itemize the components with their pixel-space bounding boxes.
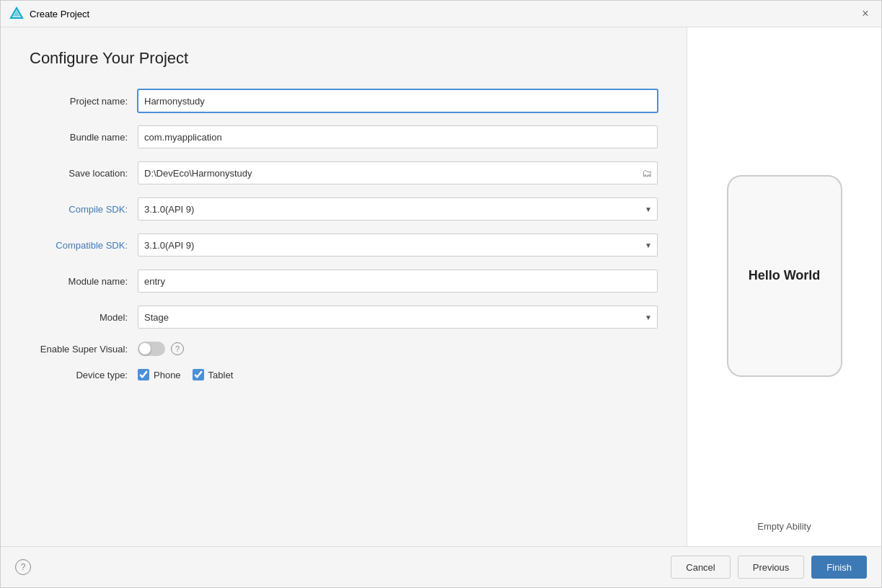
compile-sdk-row: Compile SDK: 3.1.0(API 9) ▼ bbox=[30, 197, 658, 220]
footer-help-icon[interactable]: ? bbox=[15, 559, 31, 575]
phone-label: Phone bbox=[154, 370, 181, 380]
model-select[interactable]: Stage bbox=[138, 306, 658, 329]
enable-super-visual-row: Enable Super Visual: ? bbox=[30, 342, 658, 356]
compile-sdk-select[interactable]: 3.1.0(API 9) bbox=[138, 197, 658, 220]
main-content: Configure Your Project Project name: Bun… bbox=[1, 27, 881, 546]
close-button[interactable]: × bbox=[858, 6, 873, 21]
preview-label: Empty Ability bbox=[757, 521, 811, 532]
project-name-input[interactable] bbox=[138, 89, 658, 112]
finish-button[interactable]: Finish bbox=[811, 556, 867, 579]
project-name-label: Project name: bbox=[30, 96, 138, 107]
device-type-row: Device type: Phone Tablet bbox=[30, 369, 658, 380]
phone-checkbox[interactable] bbox=[138, 369, 149, 380]
title-bar: Create Project × bbox=[1, 1, 881, 27]
project-name-row: Project name: bbox=[30, 89, 658, 112]
compatible-sdk-select-wrapper: 3.1.0(API 9) ▼ bbox=[138, 233, 658, 257]
app-logo-icon bbox=[9, 6, 24, 21]
compatible-sdk-select[interactable]: 3.1.0(API 9) bbox=[138, 233, 658, 257]
save-location-label: Save location: bbox=[30, 168, 138, 179]
footer-left: ? bbox=[15, 559, 31, 575]
cancel-button[interactable]: Cancel bbox=[671, 556, 730, 579]
bundle-name-input[interactable] bbox=[138, 125, 658, 148]
save-location-row: Save location: 🗂 bbox=[30, 161, 658, 184]
preview-hello-world-text: Hello World bbox=[749, 268, 821, 283]
folder-icon[interactable]: 🗂 bbox=[642, 167, 652, 179]
preview-image-area: Hello World bbox=[702, 42, 867, 509]
bundle-name-row: Bundle name: bbox=[30, 125, 658, 148]
model-row: Model: Stage ▼ bbox=[30, 306, 658, 329]
tablet-checkbox[interactable] bbox=[193, 369, 204, 380]
form-panel: Configure Your Project Project name: Bun… bbox=[1, 27, 687, 546]
footer-right: Cancel Previous Finish bbox=[671, 556, 867, 579]
compatible-sdk-row: Compatible SDK: 3.1.0(API 9) ▼ bbox=[30, 233, 658, 257]
tablet-checkbox-item: Tablet bbox=[193, 369, 234, 380]
title-bar-left: Create Project bbox=[9, 6, 89, 21]
preview-panel: Hello World Empty Ability bbox=[687, 27, 881, 546]
save-location-input-wrapper: 🗂 bbox=[138, 161, 658, 184]
device-type-checkboxes: Phone Tablet bbox=[138, 369, 233, 380]
phone-checkbox-item: Phone bbox=[138, 369, 181, 380]
module-name-row: Module name: bbox=[30, 270, 658, 293]
device-type-label: Device type: bbox=[30, 370, 138, 380]
model-label: Model: bbox=[30, 312, 138, 323]
bundle-name-label: Bundle name: bbox=[30, 132, 138, 143]
tablet-label: Tablet bbox=[208, 370, 234, 380]
create-project-dialog: Create Project × Configure Your Project … bbox=[0, 0, 882, 588]
model-select-wrapper: Stage ▼ bbox=[138, 306, 658, 329]
save-location-input[interactable] bbox=[138, 161, 658, 184]
previous-button[interactable]: Previous bbox=[738, 556, 805, 579]
module-name-input[interactable] bbox=[138, 270, 658, 293]
preview-phone-mockup: Hello World bbox=[727, 175, 842, 377]
super-visual-help-icon[interactable]: ? bbox=[171, 342, 184, 355]
dialog-title: Create Project bbox=[30, 9, 89, 19]
footer: ? Cancel Previous Finish bbox=[1, 546, 881, 587]
form-heading: Configure Your Project bbox=[30, 49, 658, 68]
enable-super-visual-controls: ? bbox=[138, 342, 184, 356]
module-name-label: Module name: bbox=[30, 276, 138, 287]
compile-sdk-label: Compile SDK: bbox=[30, 204, 138, 215]
super-visual-toggle[interactable] bbox=[138, 342, 165, 356]
compatible-sdk-label: Compatible SDK: bbox=[30, 240, 138, 251]
compile-sdk-select-wrapper: 3.1.0(API 9) ▼ bbox=[138, 197, 658, 220]
enable-super-visual-label: Enable Super Visual: bbox=[30, 344, 138, 355]
